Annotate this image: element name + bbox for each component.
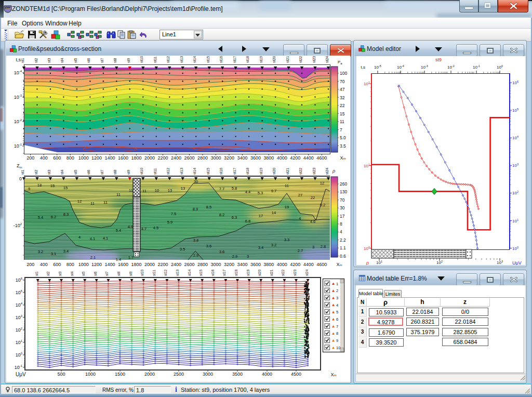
svg-text:600: 600 xyxy=(53,155,61,161)
svg-text:st1: st1 xyxy=(21,58,24,63)
svg-text:11: 11 xyxy=(90,201,95,206)
svg-text:st8: st8 xyxy=(113,170,117,175)
svg-text:2200: 2200 xyxy=(157,155,168,161)
svg-text:st9: st9 xyxy=(127,170,130,175)
svg-text:100: 100 xyxy=(340,71,347,76)
svg-text:st22: st22 xyxy=(299,56,302,63)
svg-text:4.1: 4.1 xyxy=(103,236,108,241)
svg-text:2000: 2000 xyxy=(144,262,155,267)
svg-text:4500: 4500 xyxy=(291,372,301,377)
svg-text:6.2: 6.2 xyxy=(51,215,56,219)
svg-text:12: 12 xyxy=(320,181,324,186)
svg-text:5.4: 5.4 xyxy=(116,228,121,233)
svg-text:13: 13 xyxy=(181,186,185,191)
svg-text:5.3: 5.3 xyxy=(258,191,263,195)
svg-text:st2: st2 xyxy=(34,58,38,63)
svg-text:3500: 3500 xyxy=(232,372,243,377)
svg-text:3800: 3800 xyxy=(263,262,274,267)
svg-text:UμV: UμV xyxy=(16,372,26,377)
svg-text:10-3: 10-3 xyxy=(14,94,22,100)
svg-text:7.5: 7.5 xyxy=(171,211,176,216)
svg-text:9.7: 9.7 xyxy=(271,189,276,193)
svg-text:Pa: Pa xyxy=(338,60,342,65)
svg-text:7.7: 7.7 xyxy=(219,187,224,191)
svg-text:Xm: Xm xyxy=(340,155,345,161)
svg-text:2000: 2000 xyxy=(144,372,155,377)
svg-text:8: 8 xyxy=(336,331,338,336)
svg-text:3.2: 3.2 xyxy=(271,243,276,247)
svg-text:4200: 4200 xyxy=(290,262,300,267)
svg-text:103: 103 xyxy=(16,314,23,320)
svg-text:st18: st18 xyxy=(234,269,238,276)
svg-text:1800: 1800 xyxy=(131,262,142,267)
svg-text:400: 400 xyxy=(40,155,48,161)
svg-text:1400: 1400 xyxy=(105,155,115,161)
svg-text:st13: st13 xyxy=(180,168,183,175)
svg-text:6.3: 6.3 xyxy=(232,215,237,220)
svg-text:3.4: 3.4 xyxy=(258,245,263,250)
svg-text:10: 10 xyxy=(155,188,159,193)
svg-text:1.1: 1.1 xyxy=(340,245,346,250)
svg-text:19: 19 xyxy=(285,205,289,209)
svg-text:6: 6 xyxy=(336,317,338,322)
svg-text:st13: st13 xyxy=(176,269,179,276)
svg-text:st21: st21 xyxy=(286,168,289,175)
svg-text:105: 105 xyxy=(16,289,23,295)
svg-text:1000: 1000 xyxy=(85,372,96,377)
svg-text:-102: -102 xyxy=(14,222,22,228)
svg-text:9: 9 xyxy=(336,338,338,343)
svg-text:70: 70 xyxy=(340,197,345,203)
svg-text:0: 0 xyxy=(19,176,22,181)
svg-text:104: 104 xyxy=(16,302,23,308)
svg-text:t,s: t,s xyxy=(16,57,21,62)
svg-text:st7: st7 xyxy=(100,170,104,175)
svg-text:3000: 3000 xyxy=(203,372,213,377)
svg-text:8.3: 8.3 xyxy=(63,212,69,217)
svg-text:st17: st17 xyxy=(222,269,226,276)
svg-text:1400: 1400 xyxy=(105,262,115,267)
svg-text:600: 600 xyxy=(53,262,61,267)
svg-text:st6: st6 xyxy=(94,271,97,276)
svg-text:4.6: 4.6 xyxy=(310,219,315,224)
svg-text:1000: 1000 xyxy=(78,262,89,267)
svg-text:2600: 2600 xyxy=(184,262,194,267)
svg-text:st9: st9 xyxy=(129,271,132,276)
svg-text:st6: st6 xyxy=(87,170,90,175)
svg-text:st14: st14 xyxy=(193,56,196,63)
svg-text:2800: 2800 xyxy=(197,262,208,267)
svg-text:2400: 2400 xyxy=(171,262,181,267)
svg-text:22: 22 xyxy=(311,195,315,200)
svg-text:3600: 3600 xyxy=(250,262,261,267)
svg-text:4.9: 4.9 xyxy=(128,224,133,229)
svg-text:st16: st16 xyxy=(219,168,223,175)
svg-text:st15: st15 xyxy=(199,269,203,276)
svg-text:st11: st11 xyxy=(153,168,157,175)
svg-text:32: 32 xyxy=(340,95,345,100)
svg-text:0.6: 0.6 xyxy=(340,254,346,259)
svg-text:4: 4 xyxy=(340,229,342,234)
svg-text:14: 14 xyxy=(272,210,276,215)
svg-text:1200: 1200 xyxy=(91,155,102,161)
svg-text:1200: 1200 xyxy=(91,262,102,267)
svg-text:st9: st9 xyxy=(435,57,442,62)
svg-text:st23: st23 xyxy=(312,56,316,63)
svg-text:st20: st20 xyxy=(272,168,276,175)
svg-text:ρ: ρ xyxy=(366,260,369,265)
svg-text:11: 11 xyxy=(340,119,344,124)
svg-text:Xm: Xm xyxy=(336,262,342,267)
svg-text:17: 17 xyxy=(259,214,263,218)
svg-text:4400: 4400 xyxy=(303,262,314,267)
svg-text:st21: st21 xyxy=(270,269,273,276)
svg-text:3.3: 3.3 xyxy=(284,237,289,242)
svg-text:3.2: 3.2 xyxy=(38,249,43,254)
svg-text:3.5: 3.5 xyxy=(180,247,185,252)
svg-text:2600: 2600 xyxy=(184,155,194,161)
svg-text:4: 4 xyxy=(336,303,338,308)
svg-text:5: 5 xyxy=(336,310,338,314)
svg-text:70: 70 xyxy=(340,79,345,84)
svg-text:st12: st12 xyxy=(164,269,167,276)
svg-text:st20: st20 xyxy=(258,269,261,276)
svg-text:12: 12 xyxy=(77,199,82,204)
svg-text:106: 106 xyxy=(16,277,23,283)
svg-text:st4: st4 xyxy=(70,271,74,276)
